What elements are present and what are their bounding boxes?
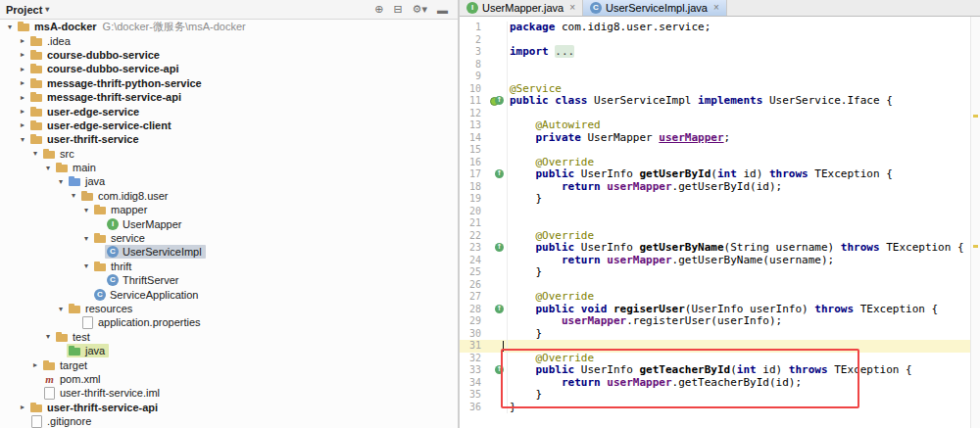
chevron-open-icon[interactable]: ▾: [80, 206, 92, 214]
chevron-open-icon[interactable]: ▾: [42, 332, 54, 341]
gutter[interactable]: [489, 119, 508, 132]
tree-item-course-dubbo-service-api[interactable]: ▸course-dubbo-service-api: [0, 62, 458, 75]
gutter[interactable]: [489, 157, 508, 169]
gutter[interactable]: [489, 340, 508, 353]
tree-item-content[interactable]: test: [54, 330, 94, 344]
close-icon[interactable]: ×: [569, 3, 575, 13]
tree-item-content[interactable]: UserServiceImpl: [105, 245, 206, 259]
tree-item-user-thrift-service.iml[interactable]: user-thrift-service.iml: [0, 386, 458, 400]
gutter[interactable]: [489, 34, 508, 47]
chevron-closed-icon[interactable]: ▸: [17, 120, 28, 129]
tree-item-content[interactable]: message-thrift-service-api: [28, 90, 185, 104]
tree-item-content[interactable]: .gitignore: [28, 414, 95, 428]
tree-item-serviceapplication[interactable]: ServiceApplication: [0, 287, 458, 301]
tree-item-content[interactable]: message-thrift-python-service: [28, 76, 206, 90]
chevron-closed-icon[interactable]: ▸: [17, 50, 28, 59]
tree-item-thrift[interactable]: ▾thrift: [0, 260, 458, 273]
gutter[interactable]: [489, 22, 508, 34]
tree-item-application.properties[interactable]: application.properties: [0, 315, 458, 329]
code-line-35[interactable]: 35 }: [460, 389, 971, 402]
implement-marker-icon[interactable]: [495, 169, 504, 178]
chevron-closed-icon[interactable]: ▸: [17, 403, 28, 411]
gutter[interactable]: [489, 59, 508, 71]
chevron-open-icon[interactable]: ▾: [42, 164, 54, 172]
tree-item-content[interactable]: user-thrift-service.iml: [41, 386, 164, 400]
chevron-closed-icon[interactable]: ▸: [17, 36, 28, 45]
gutter[interactable]: [489, 315, 508, 328]
project-view-selector[interactable]: Project ▾: [6, 4, 49, 16]
settings-gear-icon[interactable]: ⚙▾: [409, 3, 431, 16]
chevron-open-icon[interactable]: ▾: [17, 135, 28, 144]
tree-item-pom.xml[interactable]: pom.xml: [0, 372, 458, 386]
tree-item-content[interactable]: java: [67, 344, 109, 357]
code-line-30[interactable]: 30 }: [460, 328, 971, 341]
code-line-20[interactable]: 20: [460, 206, 971, 218]
chevron-closed-icon[interactable]: ▸: [29, 360, 41, 369]
tree-item-.gitignore[interactable]: .gitignore: [0, 414, 458, 428]
gutter[interactable]: [489, 402, 508, 414]
chevron-open-icon[interactable]: ▾: [4, 23, 16, 31]
gutter[interactable]: [489, 108, 508, 120]
tree-item-content[interactable]: course-dubbo-service: [28, 48, 164, 62]
tree-item-mapper[interactable]: ▾mapper: [0, 203, 458, 216]
tree-item-content[interactable]: src: [41, 147, 78, 161]
tree-item-target[interactable]: ▸target: [0, 357, 458, 371]
chevron-open-icon[interactable]: ▾: [80, 234, 92, 243]
chevron-closed-icon[interactable]: ▸: [17, 65, 28, 73]
gutter[interactable]: [489, 46, 508, 59]
implement-marker-icon[interactable]: [495, 305, 504, 313]
tree-item-content[interactable]: target: [41, 358, 91, 372]
tree-item-content[interactable]: .idea: [28, 34, 74, 48]
gutter[interactable]: [489, 144, 508, 157]
code-line-14[interactable]: 14 private UserMapper userMapper;: [460, 132, 971, 145]
tree-item-content[interactable]: ServiceApplication: [92, 288, 203, 302]
code-line-25[interactable]: 25 }: [460, 266, 971, 279]
gutter[interactable]: [489, 242, 508, 255]
implement-marker-icon[interactable]: [495, 365, 504, 374]
chevron-closed-icon[interactable]: ▸: [17, 78, 28, 87]
warning-tick[interactable]: [973, 245, 978, 248]
tree-item-src[interactable]: ▾src: [0, 147, 458, 161]
tree-item-content[interactable]: main: [54, 161, 100, 174]
gutter[interactable]: [489, 217, 508, 230]
chevron-open-icon[interactable]: ▾: [55, 177, 67, 186]
tree-item-course-dubbo-service[interactable]: ▸course-dubbo-service: [0, 48, 458, 62]
tree-item-content[interactable]: ThriftServer: [105, 273, 182, 287]
tree-item-content[interactable]: user-thrift-service-api: [28, 401, 162, 414]
tree-item-usermapper[interactable]: UserMapper: [0, 216, 458, 230]
tree-item-content[interactable]: thrift: [92, 260, 135, 273]
tree-item-message-thrift-python-service[interactable]: ▸message-thrift-python-service: [0, 76, 458, 90]
gutter[interactable]: [489, 230, 508, 243]
gutter[interactable]: [489, 71, 508, 83]
gutter[interactable]: [489, 364, 508, 377]
locate-icon[interactable]: ⊕: [370, 3, 387, 16]
tree-item-content[interactable]: application.properties: [79, 315, 205, 329]
tree-item-msa-docker[interactable]: ▾msA-dockerG:\docker-微服务\msA-docker: [0, 20, 458, 33]
tree-item-userserviceimpl[interactable]: UserServiceImpl: [0, 245, 458, 259]
gutter[interactable]: [489, 304, 508, 316]
hide-panel-icon[interactable]: ▬: [433, 4, 452, 16]
gutter[interactable]: [489, 389, 508, 402]
tree-item-content[interactable]: service: [92, 231, 149, 245]
tree-item-content[interactable]: UserMapper: [105, 217, 186, 231]
warning-tick[interactable]: [973, 115, 978, 118]
chevron-open-icon[interactable]: ▾: [68, 191, 79, 200]
code-line-11[interactable]: 11public class UserServiceImpl implement…: [460, 95, 971, 108]
tab-usermapper-java[interactable]: UserMapper.java×: [460, 0, 583, 16]
tree-item-java[interactable]: ▾java: [0, 174, 458, 188]
chevron-open-icon[interactable]: ▾: [55, 305, 67, 313]
error-stripe[interactable]: [970, 17, 980, 428]
tree-item-com.idig8.user[interactable]: ▾com.idig8.user: [0, 189, 458, 203]
tree-item-content[interactable]: msA-dockerG:\docker-微服务\msA-docker: [16, 20, 250, 33]
gutter[interactable]: [489, 279, 508, 292]
collapse-all-icon[interactable]: ⊟: [389, 3, 406, 16]
chevron-open-icon[interactable]: ▾: [80, 262, 92, 270]
tree-item-service[interactable]: ▾service: [0, 231, 458, 245]
tree-item-content[interactable]: user-edge-service-client: [28, 119, 175, 132]
gutter[interactable]: [489, 193, 508, 206]
tree-item-user-edge-service-client[interactable]: ▸user-edge-service-client: [0, 119, 458, 132]
code-line-1[interactable]: 1package com.idig8.user.service;: [460, 22, 971, 34]
tree-item-content[interactable]: resources: [67, 302, 136, 315]
close-icon[interactable]: ×: [713, 3, 719, 13]
tree-item-test[interactable]: ▾test: [0, 330, 458, 344]
